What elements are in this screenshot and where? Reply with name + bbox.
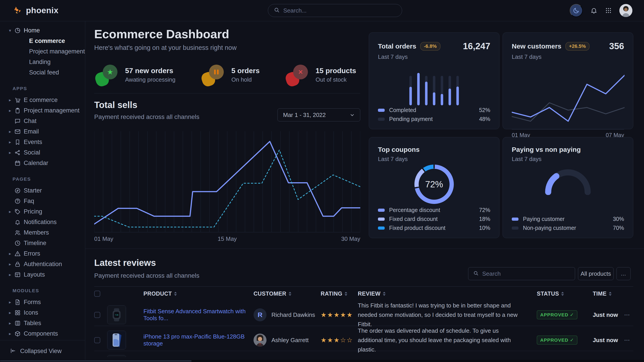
legend-value: 30% [613,216,624,222]
row-checkbox[interactable] [94,312,100,318]
date-range-select[interactable]: Mar 1 - 31, 2022 [278,108,360,121]
svg-text:7:28: 7:28 [115,314,118,316]
sidebar-item-social[interactable]: ▸Social [0,147,85,158]
card-title: Total orders [378,42,416,50]
sidebar-item-label: Project management [24,107,80,114]
sidebar-nav: ▾HomeE commerceProject managementLanding… [0,25,85,339]
sidebar-item-errors[interactable]: ▸Errors [0,248,85,259]
product-thumbnail[interactable]: 7:28 [107,306,126,324]
sidebar-item-notifications[interactable]: Notifications [0,217,85,227]
column-header-customer[interactable]: CUSTOMER [254,291,321,297]
sidebar-item-events[interactable]: ▸Events [0,137,85,147]
sidebar-item-tables[interactable]: ▸Tables [0,318,85,329]
review-text: This Fitbit is fantastic! I was trying t… [358,301,537,329]
order-bar [417,73,420,105]
sidebar-item-label: Tables [24,320,41,327]
stat-out-of-stock: ✕15 productsOut of stock [286,64,356,86]
stat-value: 5 orders [231,67,260,75]
sidebar-section-modules: MODULES [12,288,85,293]
tag-icon [14,208,21,215]
sidebar-item-home[interactable]: ▾Home [0,25,85,36]
sidebar-item-pricing[interactable]: ▸Pricing [0,206,85,217]
main-content: Ecommerce Dashboard Here's what's going … [85,21,644,362]
sidebar-item-components[interactable]: ▸Components [0,329,85,339]
product-thumbnail[interactable] [107,355,126,357]
caret-right-icon: ▸ [9,150,14,155]
legend-swatch [512,218,518,221]
apps-grid-icon[interactable] [605,7,612,14]
column-header-rating[interactable]: RATING [321,291,358,297]
brand-logo[interactable]: phoenix [13,5,58,16]
reviews-search-input[interactable] [482,270,570,277]
legend-swatch [378,218,385,221]
sidebar-item-starter[interactable]: Starter [0,185,85,196]
sidebar-item-label: Events [24,139,42,146]
sidebar-item-calendar[interactable]: Calendar [0,158,85,168]
sidebar-item-project-management[interactable]: ▸Project management [0,105,85,116]
column-header-status[interactable]: STATUS [537,291,593,297]
sidebar-item-e-commerce[interactable]: E commerce [0,36,85,46]
axis-line [512,129,624,129]
caret-right-icon: ▸ [9,262,14,267]
column-header-time[interactable]: TIME [593,291,621,297]
reviews-table-body: 7:28Fitbit Sense Advanced Smartwatch wit… [94,301,633,357]
sidebar-item-icons[interactable]: ▸Icons [0,308,85,318]
reviews-search[interactable] [468,267,575,280]
row-product-cell: iPhone 13 pro max-Pacific Blue-128GB sto… [144,333,254,347]
select-all-checkbox[interactable] [94,291,100,297]
row-checkbox[interactable] [94,337,100,343]
reviews-more-button[interactable]: ... [616,267,630,280]
bell-icon [14,219,21,226]
sidebar-item-timeline[interactable]: Timeline [0,238,85,248]
column-header-review[interactable]: REVIEW [358,291,537,297]
total-sells-chart [94,131,360,232]
sidebar-item-members[interactable]: Members [0,227,85,238]
sidebar-item-label: Timeline [24,240,46,247]
notifications-bell-icon[interactable] [590,7,598,14]
row-menu-button[interactable]: ⋯ [621,312,633,318]
legend-row-pending-payment: Pending payment48% [378,116,490,122]
sidebar-item-label: Members [24,229,49,236]
theme-toggle-moon-icon[interactable] [570,4,583,17]
global-search[interactable] [268,4,402,17]
sidebar-item-social-feed[interactable]: Social feed [0,67,85,78]
all-products-button[interactable]: All products [578,267,614,280]
table-row: 7:28Fitbit Sense Advanced Smartwatch wit… [94,301,633,326]
sidebar-item-chat[interactable]: Chat [0,116,85,126]
collapse-view-button[interactable]: Collapsed View [0,340,85,362]
product-thumbnail[interactable] [107,331,126,350]
row-menu-button[interactable]: ⋯ [621,337,633,344]
product-link[interactable]: iPhone 13 pro max-Pacific Blue-128GB sto… [144,333,244,347]
search-input[interactable] [283,7,396,14]
sidebar-item-label: E commerce [24,97,58,103]
sidebar-item-label: Faq [24,198,34,205]
scrollbar-thumb[interactable] [0,360,192,362]
product-link[interactable]: Fitbit Sense Advanced Smartwatch with To… [144,308,246,322]
legend-label: Percentage discount [389,207,440,213]
horizontal-scrollbar[interactable] [0,360,644,362]
rating-stars: ★★★☆☆ [321,336,358,344]
sidebar-item-layouts[interactable]: ▸Layouts [0,269,85,280]
sidebar-item-e-commerce[interactable]: ▸E commerce [0,95,85,105]
card-title: New customers [512,42,562,50]
warning-icon [14,250,21,257]
sidebar-item-email[interactable]: ▸Email [0,126,85,137]
user-avatar[interactable] [620,4,632,17]
legend-swatch [378,209,385,212]
bar-fill [441,94,443,105]
sidebar-item-project-management[interactable]: Project management [0,46,85,57]
sidebar-section-pages: PAGES [12,176,85,182]
row-thumb-cell [107,331,144,350]
card-value: 356 [609,41,624,51]
coupons-legend: Percentage discount72%Fixed card discoun… [378,204,490,231]
sidebar-item-faq[interactable]: Faq [0,196,85,206]
caret-right-icon: ▸ [9,108,14,113]
sidebar-item-forms[interactable]: ▸Forms [0,297,85,308]
sidebar-item-landing[interactable]: Landing [0,57,85,67]
mail-icon [14,128,21,135]
column-header-product[interactable]: PRODUCT [144,291,254,297]
legend-value: 48% [479,116,490,122]
sidebar-item-authentication[interactable]: ▸Authentication [0,259,85,269]
stat-text: 5 ordersOn hold [231,67,260,83]
legend-swatch [378,109,385,112]
